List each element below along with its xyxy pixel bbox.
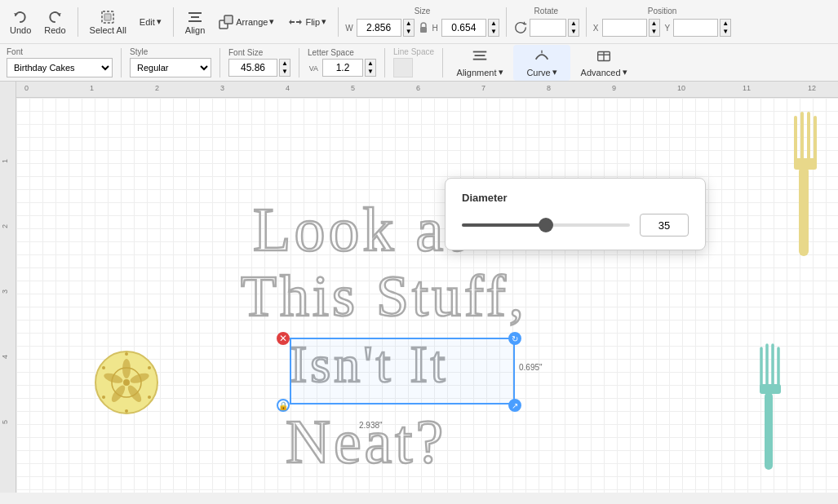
position-label: Position <box>648 7 677 15</box>
letter-space-spinner[interactable]: ▲▼ <box>365 59 376 77</box>
ruler-h-12: 12 <box>808 84 816 92</box>
ruler-h-8: 8 <box>547 84 551 92</box>
advanced-icon <box>595 47 613 65</box>
ruler-h-0: 0 <box>24 84 29 92</box>
separator10 <box>442 48 443 77</box>
y-input[interactable]: 3.192 <box>673 19 718 37</box>
rotate-label: Rotate <box>534 7 558 15</box>
line-space-group: Line Space <box>393 47 434 77</box>
advanced-label: Advanced <box>581 68 621 77</box>
x-input[interactable]: 4.566 <box>602 19 647 37</box>
ruler-v-5: 5 <box>1 420 9 424</box>
flip-button[interactable]: Flip ▾ <box>282 12 331 32</box>
rotate-input[interactable]: 0 <box>530 19 566 37</box>
letter-space-icon: VA <box>308 62 321 73</box>
curve-icon <box>533 47 551 65</box>
text-look-at[interactable]: Look at <box>253 194 467 265</box>
ruler-h-2: 2 <box>155 84 159 92</box>
svg-rect-12 <box>475 55 486 56</box>
diameter-slider-track[interactable] <box>462 223 630 227</box>
svg-rect-11 <box>473 51 487 53</box>
svg-rect-7 <box>290 21 295 23</box>
letter-space-input[interactable] <box>322 59 363 77</box>
redo-button[interactable]: Redo <box>39 7 70 37</box>
svg-rect-13 <box>473 59 487 60</box>
fork-large-yellow <box>779 101 828 264</box>
svg-point-41 <box>125 409 128 413</box>
redo-label: Redo <box>44 25 65 35</box>
svg-point-38 <box>125 352 128 356</box>
font-select[interactable]: Birthday Cakes <box>7 58 113 77</box>
ruler-v-4: 4 <box>1 355 9 359</box>
canvas-container[interactable]: 1 2 3 4 5 0 1 2 3 4 5 6 7 8 9 10 11 12 L… <box>0 82 838 493</box>
svg-point-37 <box>123 379 130 386</box>
height-spinner[interactable]: ▲▼ <box>488 19 499 37</box>
select-all-button[interactable]: Select All <box>85 7 131 37</box>
svg-rect-29 <box>760 384 781 394</box>
advanced-arrow: ▾ <box>623 67 627 77</box>
scale-handle[interactable]: ↗ <box>508 399 521 412</box>
font-size-spinner[interactable]: ▲▼ <box>279 59 290 77</box>
diameter-slider-thumb[interactable] <box>539 218 553 232</box>
width-input[interactable] <box>357 19 401 37</box>
line-space-label: Line Space <box>393 47 434 56</box>
style-group: Style Regular <box>130 47 211 77</box>
svg-rect-1 <box>104 14 111 20</box>
rotate-handle[interactable]: ↻ <box>508 332 521 345</box>
height-input[interactable] <box>441 19 486 37</box>
select-all-label: Select All <box>90 25 126 35</box>
align-button[interactable]: Align <box>180 7 210 37</box>
font-label: Font <box>7 47 113 56</box>
sand-dollar <box>90 346 163 419</box>
alignment-button[interactable]: Alignment ▾ <box>451 45 508 81</box>
curve-button[interactable]: Curve ▾ <box>513 45 570 81</box>
ruler-h-7: 7 <box>481 84 486 92</box>
x-spinner[interactable]: ▲▼ <box>649 19 660 37</box>
font-size-label: Font Size <box>228 48 290 57</box>
advanced-button[interactable]: Advanced ▾ <box>575 45 632 81</box>
size-group: Size W ▲▼ H ▲▼ <box>345 7 499 37</box>
arrange-label: Arrange <box>236 17 268 27</box>
svg-rect-23 <box>794 158 817 170</box>
y-spinner[interactable]: ▲▼ <box>720 19 731 37</box>
flip-label: Flip <box>305 17 320 27</box>
separator8 <box>299 48 299 77</box>
alignment-icon <box>471 47 489 65</box>
undo-button[interactable]: Undo <box>5 7 36 37</box>
ruler-v-1: 1 <box>1 159 9 163</box>
ruler-h-10: 10 <box>677 84 685 92</box>
dim-width: 2.938" <box>359 421 383 430</box>
align-label: Align <box>185 25 205 35</box>
ruler-h-4: 4 <box>286 84 290 92</box>
ruler-h-9: 9 <box>612 84 616 92</box>
lock-handle[interactable]: 🔒 <box>277 399 290 412</box>
diameter-popup: Diameter <box>445 178 706 250</box>
text-this-stuff[interactable]: This Stuff, <box>241 263 527 330</box>
font-group: Font Birthday Cakes <box>7 47 113 77</box>
style-select[interactable]: Regular <box>130 58 211 77</box>
letter-space-group: Letter Space VA ▲▼ <box>308 48 376 77</box>
slider-fill <box>462 223 546 227</box>
ruler-v-3: 3 <box>1 290 9 294</box>
rotate-spinner[interactable]: ▲▼ <box>568 19 579 37</box>
separator3 <box>338 7 339 37</box>
font-size-input[interactable] <box>228 59 277 77</box>
text-neat[interactable]: Neat? <box>286 406 446 477</box>
diameter-input[interactable] <box>640 214 689 237</box>
rotate-group: Rotate 0 ▲▼ <box>513 7 579 37</box>
svg-rect-6 <box>224 15 233 24</box>
edit-label: Edit <box>140 17 155 27</box>
alignment-label: Alignment <box>457 68 497 77</box>
svg-rect-8 <box>296 21 301 23</box>
edit-button[interactable]: Edit ▾ <box>135 15 166 29</box>
arrange-button[interactable]: Arrange ▾ <box>213 12 279 32</box>
lock-proportions-button[interactable] <box>416 21 431 34</box>
toolbar-row1: Undo Redo Select All Edit ▾ Align <box>0 0 838 44</box>
dim-height: 0.695" <box>519 363 543 372</box>
rotate-icon <box>513 20 528 35</box>
size-label: Size <box>415 7 430 15</box>
delete-handle[interactable]: ✕ <box>277 332 290 345</box>
position-group: Position X 4.566 ▲▼ Y 3.192 ▲▼ <box>593 7 731 37</box>
width-spinner[interactable]: ▲▼ <box>403 19 415 37</box>
svg-rect-3 <box>191 16 199 18</box>
